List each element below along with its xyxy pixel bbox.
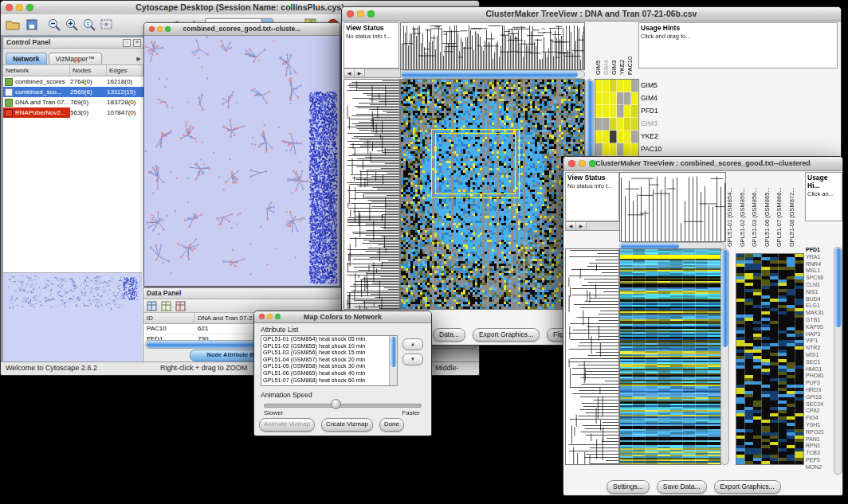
birdseye-view[interactable]: [3, 272, 142, 362]
row-label[interactable]: PFD1: [641, 104, 662, 117]
close-icon[interactable]: [347, 10, 354, 18]
gene-label[interactable]: HMG1: [806, 366, 824, 373]
zoom-icon[interactable]: [589, 160, 596, 167]
gene-label[interactable]: GTB1: [806, 317, 824, 324]
dialog-button[interactable]: Animate Vizmap: [259, 418, 315, 432]
gene-label[interactable]: PUF3: [806, 380, 824, 387]
control-panel-tab[interactable]: VizMapper™: [49, 53, 102, 64]
animation-speed-slider[interactable]: [264, 404, 422, 408]
zoom-icon[interactable]: [275, 314, 281, 319]
delete-attribute-icon[interactable]: [175, 301, 186, 311]
gene-label[interactable]: NTR2: [806, 345, 824, 352]
zoom-out-icon[interactable]: [47, 18, 61, 32]
zoom-icon[interactable]: [165, 26, 171, 32]
minimize-icon[interactable]: [357, 10, 364, 18]
minimize-icon[interactable]: [157, 26, 163, 32]
network-view-titlebar[interactable]: combined_scores_good.txt--cluste...: [144, 23, 340, 36]
panel-close-icon[interactable]: ✕: [133, 39, 141, 47]
minimize-icon[interactable]: [579, 160, 586, 167]
treeview2-button[interactable]: Export Graphics...: [714, 480, 781, 494]
gene-label[interactable]: RNR4: [806, 261, 824, 268]
control-panel-tab[interactable]: Network: [6, 53, 47, 64]
save-icon[interactable]: [25, 18, 39, 32]
column-label[interactable]: GIM4: [603, 22, 610, 75]
row-label[interactable]: GIM4: [641, 92, 662, 104]
gene-label[interactable]: GPI16: [806, 394, 824, 401]
create-attribute-icon[interactable]: [161, 301, 171, 311]
close-icon[interactable]: [149, 26, 155, 32]
mini-hscrollbar[interactable]: ◀ ▶: [565, 221, 621, 231]
gene-label[interactable]: MSI1: [806, 352, 824, 359]
gene-label[interactable]: PFD1: [806, 247, 824, 254]
gene-label[interactable]: ELG1: [806, 303, 824, 310]
treeview1-button[interactable]: Data...: [433, 328, 465, 342]
gene-label[interactable]: TCB3: [806, 450, 824, 457]
secondary-heatmap[interactable]: [736, 253, 804, 465]
network-list-row[interactable]: DNA and Tran 07... 769(0) 183728(0): [3, 97, 143, 107]
close-icon[interactable]: [259, 314, 265, 319]
expression-heatmap[interactable]: [619, 248, 721, 465]
gene-label[interactable]: PEP5: [806, 457, 824, 464]
column-label[interactable]: YKE2: [618, 22, 626, 75]
move-up-button[interactable]: ▲: [402, 338, 423, 350]
treeview1-titlebar[interactable]: ClusterMaker TreeView : DNA and Tran 07-…: [342, 7, 841, 21]
gene-label[interactable]: BUD4: [806, 296, 824, 303]
row-label[interactable]: PAC10: [641, 143, 662, 155]
slider-handle[interactable]: [331, 399, 341, 409]
column-label[interactable]: GIM5: [595, 22, 603, 75]
column-label[interactable]: GPL51-06 (GSM865...: [764, 172, 776, 247]
column-label[interactable]: PAC10: [626, 22, 634, 75]
gene-label[interactable]: NIS1: [806, 289, 824, 296]
open-folder-icon[interactable]: [6, 18, 20, 32]
column-label[interactable]: GPL51-01 (GSM854...: [726, 172, 739, 247]
column-label[interactable]: GPL51-08 (GSM872...: [788, 172, 801, 247]
move-down-button[interactable]: ▼: [402, 354, 423, 365]
heatmap-vscrollbar[interactable]: [720, 248, 729, 465]
gene-label[interactable]: YSH1: [806, 422, 824, 429]
column-label[interactable]: GPL51-02 (GSM855...: [739, 172, 752, 247]
gene-list-vscrollbar[interactable]: [834, 247, 842, 475]
gene-label[interactable]: SEC24: [806, 401, 824, 408]
scroll-right-icon[interactable]: ▶: [355, 69, 365, 77]
network-canvas[interactable]: [144, 36, 338, 285]
column-label[interactable]: GPL51-07 (GSM868...: [775, 172, 788, 247]
row-dendrogram[interactable]: [344, 79, 400, 310]
gene-label[interactable]: CLN1: [806, 282, 824, 289]
minimize-icon[interactable]: [16, 4, 23, 11]
scroll-left-icon[interactable]: ◀: [344, 69, 355, 77]
row-label[interactable]: GIM3: [641, 117, 662, 130]
column-dendrogram[interactable]: [400, 22, 585, 70]
gene-label[interactable]: KAP95: [806, 324, 824, 331]
gene-label[interactable]: HAP3: [806, 331, 824, 338]
scrollbar-thumb[interactable]: [721, 250, 728, 347]
gene-label[interactable]: MSL1: [806, 268, 824, 275]
attribute-list-item[interactable]: GPL51-07 (GSM868) heat shock 60 min: [261, 377, 397, 385]
attribute-list-scrollbar[interactable]: [389, 336, 397, 385]
row-label[interactable]: YKE2: [641, 130, 662, 143]
heatmap-hscrollbar[interactable]: [400, 70, 585, 79]
column-label[interactable]: GPL51-03 (GSM856...: [751, 172, 764, 247]
treeview2-button[interactable]: Save Data...: [657, 480, 707, 494]
expression-heatmap[interactable]: [400, 79, 585, 310]
close-icon[interactable]: [6, 4, 13, 11]
gene-label[interactable]: HRD3: [806, 387, 824, 394]
gene-label[interactable]: FIG4: [806, 415, 824, 422]
gene-label[interactable]: SEC1: [806, 359, 824, 366]
row-label[interactable]: GIM5: [641, 79, 662, 92]
column-label[interactable]: GIM3: [610, 22, 618, 75]
gene-label[interactable]: YRA1: [806, 254, 824, 261]
gene-label[interactable]: VIP1: [806, 338, 824, 345]
row-dendrogram[interactable]: [565, 248, 619, 465]
zoom-icon[interactable]: [367, 10, 375, 18]
network-list-row[interactable]: RNAPuberNov2... 563(0) 107847(0): [3, 107, 143, 118]
gene-label[interactable]: PHO81: [806, 373, 824, 380]
tab-overflow-icon[interactable]: ▶: [137, 56, 141, 62]
dialog-titlebar[interactable]: Map Colors to Network: [254, 311, 431, 323]
network-list-row[interactable]: combined_sco... 2569(6) 13112(15): [3, 87, 143, 97]
gene-label[interactable]: CPA2: [806, 408, 824, 415]
scrollbar-thumb[interactable]: [402, 71, 578, 78]
gene-label[interactable]: SPC98: [806, 275, 824, 282]
close-icon[interactable]: [568, 160, 575, 167]
treeview2-button[interactable]: Settings...: [607, 480, 650, 494]
select-attributes-icon[interactable]: [147, 301, 157, 311]
